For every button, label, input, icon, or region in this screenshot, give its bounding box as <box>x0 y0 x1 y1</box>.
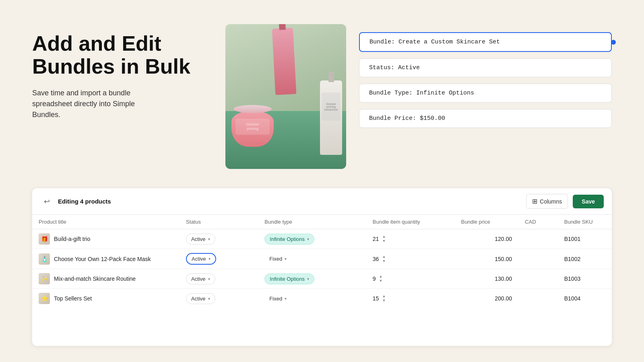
qty-value: 15 <box>373 295 379 302</box>
col-header-sku: Bundle SKU <box>558 215 612 229</box>
bundle-name-card: Bundle: Create a Custom Skincare Set <box>359 32 612 52</box>
price-value: 200.00 <box>495 295 512 302</box>
bundle-price-card: Bundle Price: $150.00 <box>359 109 612 128</box>
hero-title: Add and Edit Bundles in Bulk <box>32 32 201 78</box>
product-cell: 🧴 Choose Your Own 12-Pack Face Mask <box>39 253 173 265</box>
col-header-price: Bundle price <box>454 215 518 229</box>
chevron-down-icon: ▾ <box>285 257 287 261</box>
status-dropdown[interactable]: Active ▾ <box>186 293 215 304</box>
hero-subtitle: Save time and import a bundle spreadshee… <box>32 88 201 120</box>
qty-down-arrow[interactable]: ▼ <box>382 299 386 302</box>
product-title: Top Sellers Set <box>54 295 92 302</box>
bundle-type-label: Infinite Options <box>270 276 305 282</box>
table-row: ⭐ Top Sellers Set Active ▾ Fixed ▾ 15 ▲ … <box>32 289 612 309</box>
product-title: Build-a-gift trio <box>54 236 90 242</box>
table-row: ✨ Mix-and-match Skincare Routine Active … <box>32 269 612 289</box>
bundle-type-badge[interactable]: Infinite Options ▾ <box>264 234 314 245</box>
chevron-down-icon: ▾ <box>307 237 309 241</box>
price-value: 130.00 <box>495 276 512 282</box>
qty-down-arrow[interactable]: ▼ <box>382 259 386 263</box>
info-cards: Bundle: Create a Custom Skincare Set Sta… <box>359 24 612 128</box>
price-value: 150.00 <box>495 256 512 262</box>
col-header-qty: Bundle item quantity <box>366 215 455 229</box>
sku-value: B1002 <box>564 256 580 262</box>
status-label: Active <box>191 236 205 242</box>
status-label: Active <box>192 256 206 262</box>
qty-up-arrow[interactable]: ▲ <box>379 275 383 278</box>
qty-up-arrow[interactable]: ▲ <box>382 255 386 259</box>
qty-value: 9 <box>373 276 376 282</box>
sku-value: B1004 <box>564 295 580 302</box>
qty-stepper[interactable]: ▲ ▼ <box>382 255 386 263</box>
qty-down-arrow[interactable]: ▼ <box>382 239 386 243</box>
chevron-down-icon: ▾ <box>208 296 210 301</box>
product-cell: 🎁 Build-a-gift trio <box>39 233 173 245</box>
product-title: Choose Your Own 12-Pack Face Mask <box>54 256 151 262</box>
bundle-type-badge[interactable]: Infinite Options ▾ <box>264 274 314 284</box>
product-thumb: ✨ <box>39 273 50 284</box>
chevron-down-icon: ▾ <box>285 296 287 301</box>
qty-cell: 15 ▲ ▼ <box>373 294 448 302</box>
status-dropdown[interactable]: Active ▾ <box>186 274 215 284</box>
status-dropdown[interactable]: Active ▾ <box>186 253 216 265</box>
bundle-type-label: Infinite Options <box>270 236 305 242</box>
chevron-down-icon: ▾ <box>208 277 210 281</box>
product-cell: ✨ Mix-and-match Skincare Routine <box>39 273 173 284</box>
product-thumb: 🧴 <box>39 253 50 265</box>
product-title: Mix-and-match Skincare Routine <box>54 276 136 282</box>
bundle-type-plain[interactable]: Fixed ▾ <box>264 254 291 264</box>
qty-down-arrow[interactable]: ▼ <box>379 279 383 283</box>
chevron-down-icon: ▾ <box>307 277 309 281</box>
col-header-status: Status <box>180 215 258 229</box>
product-cell: ⭐ Top Sellers Set <box>39 293 173 304</box>
price-value: 120.00 <box>495 236 512 242</box>
sku-value: B1003 <box>564 276 580 282</box>
qty-cell: 9 ▲ ▼ <box>373 275 448 283</box>
qty-cell: 36 ▲ ▼ <box>373 255 448 263</box>
qty-stepper[interactable]: ▲ ▼ <box>382 294 386 302</box>
status-label: Active <box>191 276 205 282</box>
status-dropdown[interactable]: Active ▾ <box>186 234 215 245</box>
qty-value: 21 <box>373 236 379 242</box>
sku-value: B1001 <box>564 236 580 242</box>
product-thumb: ⭐ <box>39 293 50 304</box>
products-table: Product title Status Bundle type Bundle … <box>32 215 612 308</box>
bulk-edit-table: ↩ Editing 4 products ⊞ Columns Save Prod… <box>32 188 612 346</box>
qty-value: 36 <box>373 256 379 262</box>
qty-up-arrow[interactable]: ▲ <box>382 235 386 239</box>
col-header-cad: CAD <box>518 215 558 229</box>
save-button[interactable]: Save <box>573 195 604 208</box>
bundle-type-label: Fixed <box>269 296 282 302</box>
chevron-down-icon: ▾ <box>208 237 210 241</box>
back-button[interactable]: ↩ <box>40 195 53 208</box>
table-row: 🎁 Build-a-gift trio Active ▾ Infinite Op… <box>32 229 612 249</box>
qty-up-arrow[interactable]: ▲ <box>382 294 386 298</box>
product-thumb: 🎁 <box>39 233 50 245</box>
col-header-product: Product title <box>32 215 180 229</box>
col-header-bundletype: Bundle type <box>258 215 366 229</box>
qty-stepper[interactable]: ▲ ▼ <box>382 235 386 243</box>
product-image: Glossierpriming Glossierprimingmoisturiz… <box>225 24 346 169</box>
chevron-down-icon: ▾ <box>208 257 211 261</box>
bundle-status-card: Status: Active <box>359 58 612 77</box>
table-toolbar: ↩ Editing 4 products ⊞ Columns Save <box>32 188 612 215</box>
bundle-type-label: Fixed <box>269 256 282 262</box>
qty-cell: 21 ▲ ▼ <box>373 235 448 243</box>
columns-icon: ⊞ <box>532 197 537 205</box>
table-row: 🧴 Choose Your Own 12-Pack Face Mask Acti… <box>32 249 612 269</box>
status-label: Active <box>191 296 205 302</box>
bundle-type-plain[interactable]: Fixed ▾ <box>264 294 291 304</box>
bundle-type-card: Bundle Type: Infinite Options <box>359 84 612 103</box>
editing-label: Editing 4 products <box>58 198 111 205</box>
columns-button[interactable]: ⊞ Columns <box>526 194 568 209</box>
qty-stepper[interactable]: ▲ ▼ <box>379 275 383 283</box>
